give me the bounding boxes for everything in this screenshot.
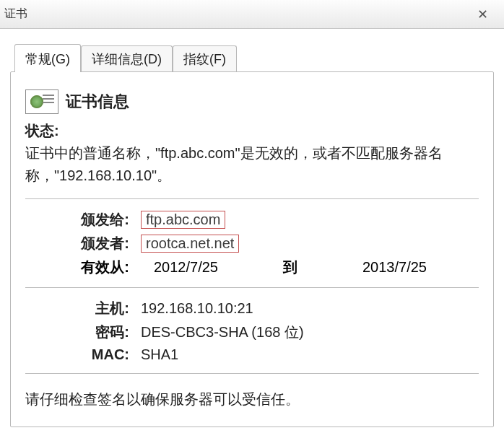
trust-footer: 请仔细检查签名以确保服务器可以受信任。	[25, 390, 479, 409]
separator-1	[25, 198, 479, 199]
separator-2	[25, 287, 479, 288]
status-message-line1: 证书中的普通名称，"ftp.abc.com"是无效的，或者不匹配服务器名	[25, 145, 443, 161]
cert-header: 证书信息	[25, 89, 479, 114]
host-value: 192.168.10.10:21	[141, 300, 479, 317]
row-host: 主机: 192.168.10.10:21	[25, 297, 479, 320]
valid-to-value: 2013/7/25	[362, 259, 479, 276]
cipher-label: 密码:	[25, 323, 141, 342]
valid-from-label: 有效从:	[25, 258, 141, 277]
row-issued-to: 颁发给: ftp.abc.com	[25, 208, 479, 232]
row-cipher: 密码: DES-CBC3-SHA (168 位)	[25, 320, 479, 344]
status-label: 状态:	[25, 121, 479, 141]
titlebar: 证书 ✕	[0, 0, 504, 29]
tab-panel-general: 证书信息 状态: 证书中的普通名称，"ftp.abc.com"是无效的，或者不匹…	[10, 71, 494, 427]
separator-3	[25, 373, 479, 374]
tab-fingerprint[interactable]: 指纹(F)	[173, 45, 237, 72]
tab-general[interactable]: 常规(G)	[14, 44, 81, 72]
certificate-dialog: 证书 ✕ 常规(G) 详细信息(D) 指纹(F) 证书信息 状态: 证书中的普通…	[0, 0, 504, 433]
cipher-value: DES-CBC3-SHA (168 位)	[141, 323, 479, 342]
window-title: 证书	[4, 6, 27, 22]
row-validity: 有效从: 2012/7/25 到 2013/7/25	[25, 255, 479, 287]
mac-label: MAC:	[25, 346, 141, 363]
host-label: 主机:	[25, 299, 141, 318]
valid-to-word: 到	[283, 258, 349, 277]
cert-heading: 证书信息	[66, 91, 129, 113]
valid-from-value: 2012/7/25	[154, 259, 270, 276]
mac-value: SHA1	[141, 346, 479, 363]
tab-strip: 常规(G) 详细信息(D) 指纹(F)	[14, 43, 494, 71]
dialog-body: 常规(G) 详细信息(D) 指纹(F) 证书信息 状态: 证书中的普通名称，"f…	[0, 29, 504, 427]
tab-details[interactable]: 详细信息(D)	[81, 45, 173, 72]
status-message-line2: 称，"192.168.10.10"。	[25, 167, 171, 183]
row-mac: MAC: SHA1	[25, 344, 479, 373]
issued-to-value: ftp.abc.com	[141, 211, 225, 229]
issued-to-label: 颁发给:	[25, 210, 141, 229]
certificate-icon	[25, 89, 58, 114]
row-issuer: 颁发者: rootca.net.net	[25, 232, 479, 255]
issuer-label: 颁发者:	[25, 234, 141, 253]
status-message: 证书中的普通名称，"ftp.abc.com"是无效的，或者不匹配服务器名 称，"…	[25, 142, 479, 187]
close-button[interactable]: ✕	[466, 7, 498, 22]
issuer-value: rootca.net.net	[141, 235, 239, 253]
